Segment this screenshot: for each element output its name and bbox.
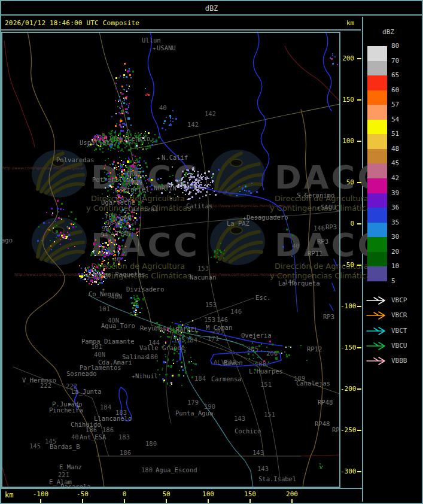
radar-echo	[114, 144, 116, 145]
map-place-label: 40	[113, 256, 121, 263]
radar-echo	[133, 311, 135, 312]
radar-echo	[129, 193, 130, 194]
radar-echo	[137, 235, 138, 236]
radar-echo	[118, 183, 119, 184]
radar-echo	[65, 237, 66, 238]
radar-echo	[212, 182, 213, 183]
radar-echo	[184, 190, 185, 191]
dbz-scale-block	[367, 149, 387, 164]
radar-echo	[145, 176, 147, 177]
radar-echo	[91, 252, 93, 254]
map-place-label: 40N	[111, 293, 122, 300]
radar-echo	[258, 345, 260, 347]
radar-echo	[172, 175, 174, 176]
radar-echo	[122, 169, 124, 171]
radar-echo	[129, 144, 130, 145]
radar-echo	[176, 181, 178, 182]
radar-echo	[130, 148, 132, 150]
dbz-scale-value: 20	[391, 248, 399, 256]
bottom-axis-tick-mark	[208, 499, 209, 503]
radar-echo	[162, 378, 164, 380]
radar-echo	[169, 176, 171, 177]
radar-echo	[87, 267, 89, 269]
radar-echo	[159, 374, 160, 375]
radar-echo	[125, 246, 126, 247]
radar-echo	[101, 263, 103, 265]
radar-echo	[54, 241, 55, 242]
map-place-label: Pampa_Diamante	[81, 338, 135, 345]
radar-echo	[249, 358, 250, 359]
radar-echo	[251, 183, 252, 184]
radar-echo	[272, 344, 273, 345]
vector-arrow-vbcp-icon	[366, 296, 389, 305]
dbz-scale-block	[367, 75, 387, 90]
radar-echo	[93, 268, 94, 269]
radar-echo	[266, 347, 267, 348]
radar-echo	[92, 269, 93, 271]
radar-echo	[134, 299, 135, 300]
map-station-marker: +	[112, 231, 115, 237]
map-station-marker: +	[317, 205, 321, 211]
radar-echo	[106, 174, 107, 175]
radar-echo	[202, 189, 204, 190]
radar-echo	[181, 366, 182, 368]
radar-echo	[105, 254, 106, 256]
radar-echo	[122, 248, 123, 250]
radar-echo	[120, 113, 121, 114]
radar-echo	[111, 116, 112, 117]
dbz-scale-value: 51	[391, 130, 399, 138]
radar-echo	[123, 123, 125, 125]
map-place-label: 153	[205, 301, 217, 308]
dbz-scale-block	[367, 46, 387, 61]
map-place-label: RP11	[308, 250, 322, 257]
radar-echo	[107, 173, 108, 174]
radar-echo	[135, 160, 136, 161]
map-place-label: 180	[145, 440, 157, 447]
radar-echo	[264, 351, 266, 352]
radar-echo	[122, 209, 124, 211]
radar-echo	[186, 169, 187, 171]
radar-echo	[68, 227, 69, 229]
radar-echo	[115, 83, 117, 84]
radar-echo	[187, 174, 188, 175]
radar-echo	[137, 314, 138, 315]
radar-echo	[210, 182, 211, 183]
radar-echo	[118, 99, 120, 101]
radar-echo	[136, 219, 138, 221]
radar-echo	[128, 168, 129, 169]
radar-echo	[99, 246, 101, 247]
radar-echo	[171, 365, 172, 367]
radar-echo	[138, 177, 139, 178]
radar-echo	[220, 243, 221, 244]
radar-echo	[55, 219, 56, 220]
right-axis-tick-mark	[357, 471, 361, 472]
radar-echo	[68, 234, 70, 236]
dbz-scale-value: 42	[391, 174, 399, 182]
radar-echo	[127, 224, 129, 225]
radar-echo	[190, 175, 191, 176]
radar-echo	[113, 253, 114, 254]
radar-echo	[212, 175, 214, 177]
radar-echo	[123, 102, 125, 104]
radar-echo	[59, 235, 60, 236]
radar-echo	[113, 192, 114, 193]
radar-echo	[127, 142, 129, 144]
radar-echo	[84, 275, 85, 276]
radar-echo	[136, 303, 137, 305]
radar-echo	[92, 265, 93, 266]
radar-echo	[136, 213, 137, 214]
radar-echo	[121, 245, 123, 247]
radar-echo	[130, 142, 131, 143]
radar-echo	[93, 250, 95, 251]
radar-echo	[135, 143, 137, 145]
radar-echo	[195, 184, 196, 186]
radar-echo	[244, 190, 245, 191]
radar-echo	[128, 107, 129, 108]
map-place-label: Carrizal	[128, 205, 159, 212]
radar-echo	[200, 177, 202, 178]
radar-echo	[53, 227, 54, 229]
radar-echo	[203, 187, 205, 188]
radar-echo	[145, 148, 147, 150]
radar-echo	[190, 198, 191, 199]
dbz-scale-value: 5	[391, 277, 395, 285]
